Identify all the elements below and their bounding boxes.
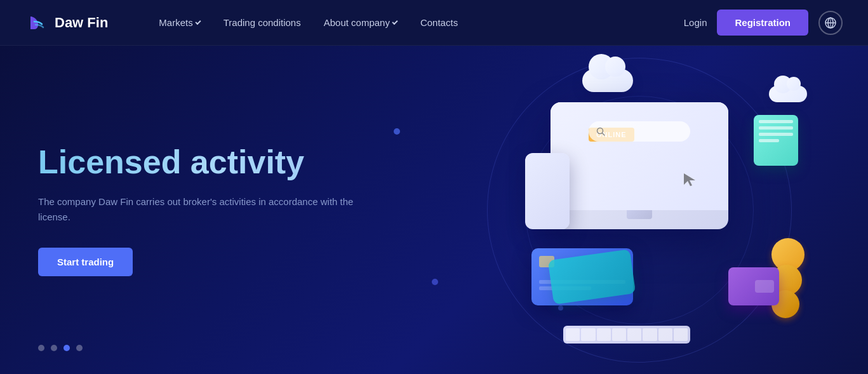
hero-title: Licensed activity [38, 144, 381, 182]
svg-line-6 [603, 133, 605, 135]
doc-line-4 [759, 139, 779, 142]
doc-line-1 [759, 120, 793, 123]
cloud-secondary [765, 77, 811, 102]
monitor-search-icon [596, 127, 605, 136]
nav-actions: Login Registration [684, 10, 843, 36]
doc-line-3 [759, 133, 793, 136]
register-button[interactable]: Registration [717, 10, 808, 36]
monitor-screen: ONLINE [551, 102, 728, 210]
hero-illustration: ONLINE [500, 64, 817, 356]
slider-dots [38, 345, 83, 351]
key-7 [658, 328, 672, 341]
nav-trading-conditions[interactable]: Trading conditions [224, 17, 301, 28]
wallet [728, 267, 779, 305]
key-1 [566, 328, 580, 341]
brand-name: Daw Fin [55, 15, 108, 31]
key-6 [643, 328, 657, 341]
hero-section: Licensed activity The company Daw Fin ca… [0, 46, 868, 374]
hero-subtitle: The company Daw Fin carries out broker's… [38, 194, 381, 225]
slider-dot-3[interactable] [63, 345, 70, 351]
dot-1 [394, 128, 400, 135]
cloud-main [576, 58, 639, 92]
start-trading-button[interactable]: Start trading [38, 248, 133, 276]
slider-dot-4[interactable] [76, 345, 83, 351]
monitor: ONLINE [551, 102, 728, 229]
cursor-icon [683, 172, 697, 189]
key-8 [674, 328, 688, 341]
document [754, 115, 798, 166]
logo[interactable]: Daw Fin [25, 11, 108, 34]
globe-icon [824, 17, 837, 29]
nav-markets[interactable]: Markets [159, 17, 200, 28]
nav-about-company[interactable]: About company [324, 17, 397, 28]
dot-5 [432, 279, 438, 285]
key-5 [627, 328, 641, 341]
monitor-cursor [683, 172, 697, 191]
slider-dot-1[interactable] [38, 345, 44, 351]
navbar: Daw Fin Markets Trading conditions About… [0, 0, 868, 46]
key-3 [597, 328, 611, 341]
nav-links: Markets Trading conditions About company… [159, 17, 683, 28]
wallet-pocket [755, 280, 774, 293]
phone [525, 153, 570, 229]
logo-icon [25, 11, 48, 34]
key-4 [612, 328, 626, 341]
key-2 [581, 328, 595, 341]
monitor-stand [627, 210, 652, 219]
keyboard [563, 326, 690, 344]
language-button[interactable] [818, 11, 843, 35]
hero-content: Licensed activity The company Daw Fin ca… [0, 144, 381, 276]
doc-line-2 [759, 126, 793, 130]
monitor-search-bar [589, 121, 690, 142]
login-button[interactable]: Login [684, 17, 707, 28]
about-chevron-icon [392, 18, 397, 24]
nav-contacts[interactable]: Contacts [420, 17, 458, 28]
slider-dot-2[interactable] [51, 345, 57, 351]
markets-chevron-icon [195, 18, 201, 24]
